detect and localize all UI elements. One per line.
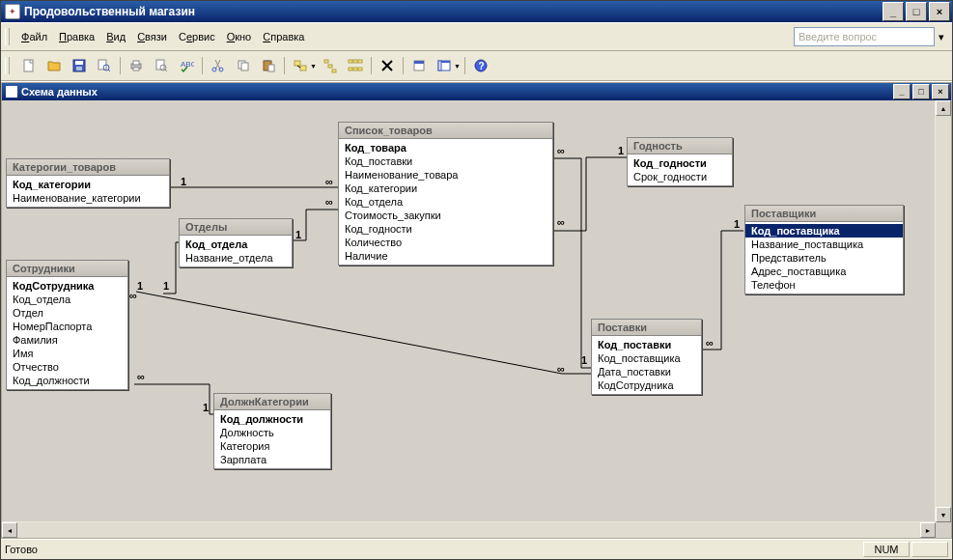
field[interactable]: Дата_поставки [592,365,701,378]
schema-minimize-button[interactable]: _ [893,84,911,99]
vertical-scrollbar[interactable]: ▲ ▼ [935,100,951,522]
delete-button[interactable] [376,54,399,77]
help-button[interactable]: ? [469,54,492,77]
menu-window[interactable]: Окно [221,29,258,44]
field-pk[interactable]: Код_товара [339,141,552,154]
open-button[interactable] [42,54,66,77]
menu-handle-icon[interactable] [5,28,10,45]
field[interactable]: Код_поставки [339,154,552,168]
field[interactable]: Отдел [7,306,127,320]
scroll-up-button[interactable]: ▲ [936,100,951,116]
table-goods[interactable]: Список_товаров Код_товара Код_поставки Н… [338,122,553,266]
field[interactable]: Телефон [745,278,903,292]
field[interactable]: Отчество [7,360,127,374]
save-button[interactable] [68,54,91,77]
minimize-button[interactable]: _ [883,2,904,21]
table-header[interactable]: Сотрудники [7,261,127,277]
field[interactable]: Название_отдела [180,251,292,265]
field-pk[interactable]: Код_годности [628,156,732,170]
help-search-dropdown[interactable]: ▾ [935,27,948,46]
show-table-dropdown[interactable]: ▼ [310,63,317,70]
field-pk-selected[interactable]: Код_поставщика [745,224,903,238]
schema-close-button[interactable]: × [932,84,949,99]
field[interactable]: Адрес_поставщика [745,265,903,278]
print-button[interactable] [125,54,148,77]
menu-file[interactable]: Файл [15,29,53,44]
table-employees[interactable]: Сотрудники КодСотрудника Код_отдела Отде… [6,260,128,390]
table-header[interactable]: Катерогии_товаров [7,159,169,176]
scroll-right-button[interactable]: ► [920,522,936,538]
field[interactable]: Код_отдела [339,195,552,209]
schema-canvas[interactable]: 1 ∞ 1 ∞ 1 ∞ ∞ 1 ∞ 1 ∞ 1 1 ∞ ∞ 1 Катероги… [2,100,951,538]
field[interactable]: Наличие [339,249,552,263]
field-pk[interactable]: Код_поставки [592,338,701,351]
field[interactable]: Имя [7,347,127,360]
table-shelf-life[interactable]: Годность Код_годности Срок_годности [627,137,733,186]
close-button[interactable]: × [929,2,950,21]
search-file-button[interactable] [93,54,116,77]
database-window-button[interactable] [433,54,456,77]
new-button[interactable] [17,54,41,77]
menu-view[interactable]: Вид [100,29,131,44]
field-pk[interactable]: Код_должности [214,412,330,426]
show-all-button[interactable] [344,54,367,77]
field[interactable]: Категория [214,439,330,453]
spell-check-button[interactable]: ABC [175,54,198,77]
table-header[interactable]: ДолжнКатегории [214,394,330,410]
table-header[interactable]: Список_товаров [339,123,552,139]
menu-edit[interactable]: Правка [53,29,100,44]
field[interactable]: НомерПаспорта [7,320,127,333]
table-header[interactable]: Годность [628,138,732,154]
field[interactable]: Код_годности [339,222,552,236]
field[interactable]: Должность [214,426,330,439]
titlebar[interactable]: ✦ Продовольственный магазин _ □ × [1,1,952,22]
field[interactable]: Код_отдела [7,293,127,306]
table-departments[interactable]: Отделы Код_отдела Название_отдела [179,218,293,267]
toolbar-handle-icon[interactable] [5,57,10,74]
field[interactable]: Наименование_категории [7,191,169,205]
horizontal-scrollbar[interactable]: ◄ ► [2,521,936,538]
field[interactable]: Стоимость_закупки [339,209,552,222]
print-preview-button[interactable] [150,54,173,77]
menu-service[interactable]: Сервис [173,29,221,44]
field[interactable]: Наименование_товара [339,168,552,182]
show-direct-button[interactable] [319,54,342,77]
field[interactable]: Фамилия [7,333,127,347]
paste-button[interactable] [257,54,280,77]
field[interactable]: Срок_годности [628,170,732,183]
field[interactable]: КодСотрудника [592,378,701,392]
field[interactable]: Код_поставщика [592,351,701,365]
field[interactable]: Название_поставщика [745,238,903,251]
scroll-track[interactable] [17,522,920,538]
table-header[interactable]: Поставщики [745,206,903,222]
schema-maximize-button[interactable]: □ [912,84,930,99]
help-search-input[interactable]: Введите вопрос [794,27,935,46]
show-table-button[interactable] [289,54,312,77]
field-pk[interactable]: Код_категории [7,178,169,191]
field[interactable]: Код_должности [7,374,127,387]
field[interactable]: Зарплата [214,453,330,466]
database-window-dropdown[interactable]: ▼ [454,63,461,70]
menu-relations[interactable]: Связи [131,29,173,44]
scroll-down-button[interactable]: ▼ [936,507,951,522]
table-categories[interactable]: Катерогии_товаров Код_категории Наименов… [6,158,170,208]
new-object-button[interactable] [407,54,431,77]
field[interactable]: Количество [339,236,552,249]
table-suppliers[interactable]: Поставщики Код_поставщика Название_поста… [744,205,904,294]
cut-button[interactable] [207,54,230,77]
maximize-button[interactable]: □ [906,2,927,21]
field-list: Код_товара Код_поставки Наименование_тов… [339,139,552,265]
scroll-track[interactable] [936,116,951,507]
schema-titlebar[interactable]: Схема данных _ □ × [2,83,951,100]
copy-button[interactable] [232,54,255,77]
table-header[interactable]: Отделы [180,219,292,236]
field[interactable]: Представитель [745,251,903,265]
menu-help[interactable]: Справка [257,29,310,44]
scroll-left-button[interactable]: ◄ [2,522,17,538]
field-pk[interactable]: Код_отдела [180,238,292,251]
field[interactable]: Код_категории [339,182,552,195]
table-deliveries[interactable]: Поставки Код_поставки Код_поставщика Дат… [591,319,702,395]
table-header[interactable]: Поставки [592,320,701,336]
table-positions[interactable]: ДолжнКатегории Код_должности Должность К… [213,393,331,469]
field-pk[interactable]: КодСотрудника [7,279,127,293]
